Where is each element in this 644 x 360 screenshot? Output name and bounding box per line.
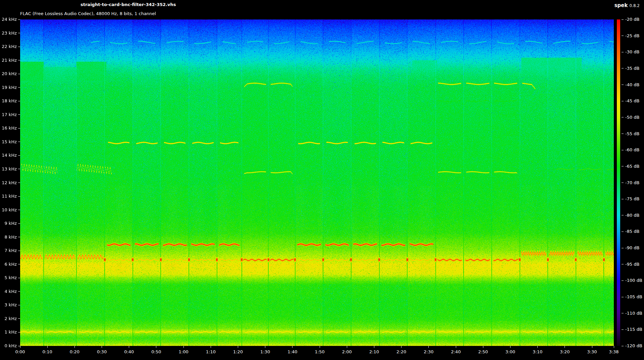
db-tick-label: -110 dB [625, 311, 642, 316]
db-tick-label: -80 dB [625, 213, 640, 218]
time-tick-label: 3:30 [581, 349, 603, 355]
time-tick [238, 346, 238, 348]
time-tick [183, 346, 184, 348]
db-tick-label: -85 dB [625, 229, 640, 234]
spek-window: straight-to-card-bnc-filter-342-352.vhs … [0, 0, 644, 360]
freq-tick-label: 1 kHz [0, 329, 17, 335]
db-tick [622, 166, 624, 166]
db-tick-label: -75 dB [625, 196, 640, 202]
time-tick [129, 346, 129, 348]
time-tick-label: 2:10 [364, 349, 385, 355]
db-tick [622, 313, 624, 313]
db-tick-label: -120 dB [625, 343, 642, 349]
db-tick-label: -95 dB [625, 262, 640, 267]
freq-tick [18, 101, 20, 101]
time-tick [614, 346, 614, 348]
db-tick-label: -20 dB [625, 17, 640, 22]
db-tick-label: -70 dB [625, 180, 640, 186]
freq-tick-label: 17 kHz [0, 112, 17, 117]
time-tick [74, 346, 75, 348]
freq-tick-label: 21 kHz [0, 58, 17, 63]
time-tick [456, 346, 456, 348]
freq-tick-label: 5 kHz [0, 275, 17, 280]
db-tick-label: -100 dB [625, 278, 642, 283]
db-tick [622, 199, 624, 199]
db-tick [622, 248, 624, 248]
time-tick [320, 346, 320, 348]
time-tick-label: 2:30 [418, 349, 439, 355]
time-tick [537, 346, 538, 348]
freq-tick-label: 8 kHz [0, 235, 17, 240]
freq-tick [18, 318, 20, 319]
time-tick [20, 346, 20, 348]
db-tick [622, 264, 624, 264]
db-tick [622, 52, 624, 52]
time-tick [211, 346, 211, 348]
freq-tick-label: 0 kHz [0, 343, 17, 349]
db-tick [622, 232, 624, 232]
time-tick-label: 3:00 [499, 349, 521, 355]
time-tick [483, 346, 483, 348]
app-version: 0.8.2 [629, 3, 640, 8]
freq-tick-label: 16 kHz [0, 125, 17, 131]
time-tick-label: 1:40 [282, 349, 303, 355]
db-tick [622, 134, 624, 134]
db-tick [622, 19, 624, 20]
time-tick-label: 2:40 [445, 349, 467, 355]
db-tick [622, 101, 624, 101]
freq-tick [18, 332, 20, 332]
db-tick [622, 280, 624, 281]
db-tick [622, 85, 624, 85]
time-tick-label: 1:30 [255, 349, 276, 355]
db-tick-label: -115 dB [625, 327, 642, 332]
time-tick-label: 0:30 [91, 349, 113, 355]
time-tick-label: 1:00 [173, 349, 194, 355]
freq-tick [18, 47, 20, 47]
freq-tick [18, 291, 20, 292]
db-tick-label: -40 dB [625, 82, 640, 88]
time-tick-label: 3:10 [527, 349, 548, 355]
db-tick-label: -25 dB [625, 33, 640, 39]
db-tick-label: -50 dB [625, 115, 640, 120]
time-tick-label: 2:20 [391, 349, 412, 355]
time-tick-label: 2:00 [336, 349, 358, 355]
freq-tick [18, 251, 20, 251]
time-tick [347, 346, 347, 348]
time-tick [102, 346, 102, 348]
freq-tick-label: 19 kHz [0, 85, 17, 90]
file-title: straight-to-card-bnc-filter-342-352.vhs [80, 2, 176, 7]
freq-tick [18, 264, 20, 264]
time-tick-label: 1:10 [200, 349, 221, 355]
freq-tick [18, 74, 20, 74]
freq-tick [18, 19, 20, 20]
freq-tick [18, 87, 20, 88]
freq-tick [18, 33, 20, 33]
time-tick [265, 346, 265, 348]
freq-tick [18, 210, 20, 210]
freq-tick-label: 9 kHz [0, 221, 17, 226]
time-tick [510, 346, 511, 348]
db-tick-label: -65 dB [625, 164, 640, 169]
freq-tick [18, 142, 20, 142]
freq-tick [18, 237, 20, 237]
time-tick-label: 3:38 [603, 349, 625, 355]
time-tick [565, 346, 565, 348]
freq-tick [18, 128, 20, 128]
time-tick-label: 1:20 [227, 349, 249, 355]
app-logo: spek 0.8.2 [614, 2, 640, 8]
app-name: spek [614, 2, 628, 8]
db-tick [622, 215, 624, 215]
freq-tick-label: 14 kHz [0, 153, 17, 158]
db-tick [622, 117, 624, 117]
time-tick-label: 0:10 [37, 349, 58, 355]
time-tick-label: 0:40 [118, 349, 140, 355]
time-tick [47, 346, 48, 348]
freq-tick-label: 24 kHz [0, 17, 17, 22]
db-tick-label: -90 dB [625, 245, 640, 251]
db-tick [622, 68, 624, 68]
freq-tick [18, 223, 20, 224]
db-tick-label: -35 dB [625, 66, 640, 71]
time-tick-label: 3:20 [554, 349, 576, 355]
db-tick-label: -60 dB [625, 147, 640, 153]
freq-tick-label: 15 kHz [0, 139, 17, 145]
